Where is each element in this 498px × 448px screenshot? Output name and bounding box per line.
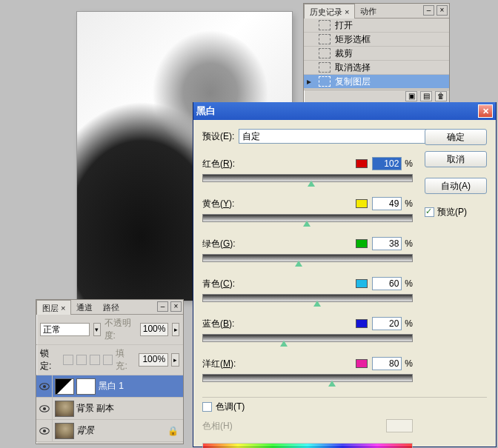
slider-thumb[interactable] [308, 181, 315, 187]
color-slider-group: 绿色(G):38% [202, 237, 487, 262]
trash-icon[interactable]: 🗑 [435, 91, 447, 101]
layer-name: 背景 [76, 424, 94, 437]
layer-name: 黑白 1 [99, 380, 124, 392]
slider-thumb[interactable] [303, 221, 311, 227]
slider-track[interactable] [202, 254, 413, 262]
fill-field[interactable]: 100% [139, 353, 168, 367]
auto-button[interactable]: 自动(A) [425, 178, 487, 194]
opacity-field[interactable]: 100% [140, 323, 169, 336]
black-white-dialog: 黑白 ✕ 确定 取消 自动(A) 预览(P) 预设(E): 自定 ▾ ☰ 红色(… [193, 102, 497, 447]
tab-history[interactable]: 历史记录× [304, 4, 355, 19]
lock-position-icon[interactable] [90, 355, 100, 365]
preview-checkbox[interactable] [425, 207, 434, 217]
history-item-label: 矩形选框 [335, 33, 371, 46]
slider-thumb[interactable] [280, 341, 288, 347]
blend-mode-select[interactable]: 正常 [40, 323, 90, 336]
history-item[interactable]: 取消选择 [304, 61, 449, 75]
svg-point-5 [42, 429, 45, 432]
percent-label: % [405, 318, 413, 329]
slider-value-input[interactable]: 102 [372, 157, 402, 170]
percent-label: % [405, 278, 413, 289]
history-step-icon [319, 20, 331, 30]
color-swatch [356, 359, 368, 368]
layer-row[interactable]: 背景🔒 [36, 420, 183, 442]
chevron-down-icon[interactable]: ▾ [93, 323, 101, 336]
slider-label: 青色(C): [202, 278, 247, 290]
lock-all-icon[interactable] [103, 355, 113, 365]
tab-channels[interactable]: 通道 [71, 300, 98, 314]
slider-thumb[interactable] [295, 261, 302, 267]
close-icon[interactable]: × [345, 7, 349, 16]
slider-value-input[interactable]: 60 [372, 277, 402, 290]
slider-track[interactable] [202, 294, 413, 302]
history-step-icon [319, 76, 331, 87]
dialog-close-button[interactable]: ✕ [478, 104, 493, 118]
preset-label: 预设(E): [202, 130, 234, 143]
panel-minimize-button[interactable]: – [423, 5, 434, 16]
slider-value-input[interactable]: 20 [372, 317, 402, 330]
dialog-titlebar[interactable]: 黑白 ✕ [193, 102, 496, 120]
dialog-title: 黑白 [196, 104, 216, 118]
lock-label: 锁定: [40, 347, 60, 372]
history-step-icon [319, 62, 331, 73]
slider-thumb[interactable] [313, 301, 321, 307]
layer-thumbnail[interactable] [55, 378, 74, 395]
history-item-label: 取消选择 [335, 61, 371, 74]
tab-paths[interactable]: 路径 [98, 300, 124, 314]
hue-value [386, 419, 413, 432]
preset-select[interactable]: 自定 [239, 129, 454, 144]
slider-track[interactable] [202, 374, 413, 382]
slider-track[interactable] [202, 174, 413, 182]
ok-button[interactable]: 确定 [425, 129, 487, 145]
layer-mask-thumbnail[interactable] [76, 378, 96, 395]
percent-label: % [405, 158, 413, 169]
history-toggle-icon[interactable]: ▸ [307, 76, 314, 87]
lock-transparency-icon[interactable] [63, 355, 73, 365]
layers-list[interactable]: 黑白 1背景 副本背景🔒 [36, 375, 183, 442]
color-swatch [356, 239, 368, 248]
slider-track[interactable] [202, 214, 413, 222]
history-item-label: 打开 [335, 19, 353, 32]
layer-thumbnail[interactable] [55, 423, 74, 439]
history-item[interactable]: 矩形选框 [304, 33, 449, 47]
history-item[interactable]: ▸复制图层 [304, 75, 449, 89]
svg-point-1 [42, 384, 45, 387]
panel-minimize-button[interactable]: – [157, 301, 168, 312]
layer-thumbnail[interactable] [55, 401, 74, 417]
lock-paint-icon[interactable] [76, 355, 87, 365]
close-icon[interactable]: × [61, 304, 65, 312]
cancel-button[interactable]: 取消 [425, 151, 487, 167]
history-item-label: 复制图层 [335, 76, 371, 88]
chevron-right-icon[interactable]: ▸ [172, 323, 179, 336]
tint-checkbox[interactable] [202, 402, 212, 412]
history-item[interactable]: 裁剪 [304, 47, 449, 61]
slider-label: 绿色(G): [202, 238, 247, 250]
layer-row[interactable]: 背景 副本 [36, 398, 183, 420]
slider-label: 红色(R): [202, 158, 247, 170]
history-item[interactable]: 打开 [304, 19, 449, 33]
visibility-toggle[interactable] [36, 420, 53, 442]
panel-close-button[interactable]: × [170, 301, 182, 312]
slider-value-input[interactable]: 38 [372, 237, 402, 250]
layer-row[interactable]: 黑白 1 [36, 375, 183, 398]
new-doc-icon[interactable]: ▤ [420, 91, 432, 101]
visibility-toggle[interactable] [36, 375, 53, 398]
opacity-label: 不透明度: [104, 317, 136, 342]
slider-value-input[interactable]: 80 [372, 357, 402, 370]
slider-label: 蓝色(B): [202, 318, 247, 330]
percent-label: % [405, 238, 413, 249]
color-swatch [356, 279, 368, 288]
color-slider-group: 洋红(M):80% [202, 357, 487, 382]
slider-label: 黄色(Y): [202, 198, 247, 210]
history-list[interactable]: 打开矩形选框裁剪取消选择▸复制图层 [304, 19, 449, 90]
slider-thumb[interactable] [328, 381, 336, 387]
visibility-toggle[interactable] [36, 398, 53, 420]
history-step-icon [319, 48, 331, 58]
new-snapshot-icon[interactable]: ▣ [405, 91, 417, 101]
slider-value-input[interactable]: 49 [372, 197, 402, 210]
chevron-right-icon[interactable]: ▸ [171, 353, 179, 367]
slider-track[interactable] [202, 334, 413, 342]
tab-layers[interactable]: 图层× [36, 300, 71, 315]
tab-actions[interactable]: 动作 [355, 4, 382, 18]
panel-close-button[interactable]: × [436, 5, 448, 16]
